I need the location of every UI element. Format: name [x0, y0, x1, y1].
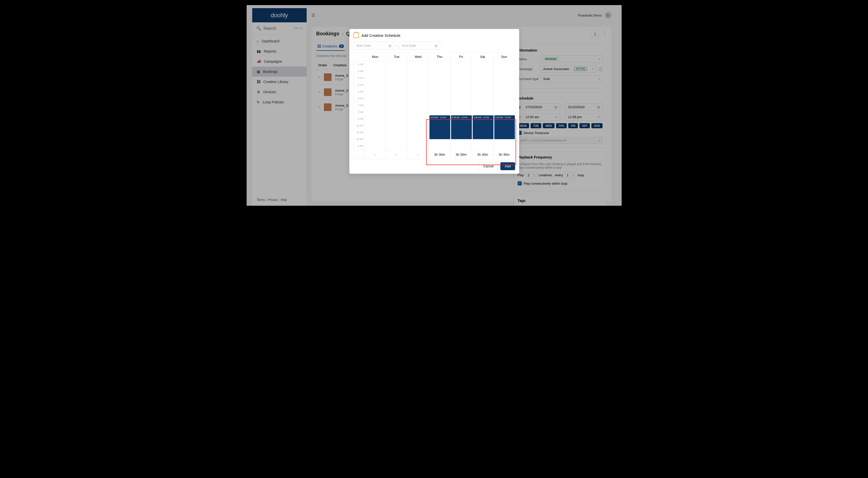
- nav: ⌂Dashboard ▮▮Reports 📣Campaigns ▦Booking…: [252, 35, 307, 194]
- day-thu[interactable]: THU: [556, 123, 567, 128]
- calendar-icon: ▦: [597, 105, 600, 109]
- creative-name: Avene_S: [335, 104, 348, 107]
- sidebar-item-dashboard[interactable]: ⌂Dashboard: [252, 36, 307, 46]
- day-sat[interactable]: SAT: [580, 123, 590, 128]
- schedule-block-sat[interactable]: 8:30 AM - 12 PM: [473, 115, 494, 139]
- schedule-section: Schedule ▦ 27/10/2024▦ - 31/10/2024▦ ◷ 1…: [514, 93, 607, 148]
- campaign-label: Campaign: [518, 67, 540, 71]
- logo: doohly: [252, 8, 307, 22]
- creative-name: Avene_S: [335, 89, 348, 93]
- megaphone-icon: 📣: [257, 60, 261, 64]
- time-axis: 1 AM 2 AM 3 AM 4 AM 5 AM 6 AM 7 AM 8 AM …: [354, 61, 364, 150]
- sidebar-item-devices[interactable]: 🖥Devices: [252, 87, 307, 97]
- breadcrumb-root[interactable]: Bookings: [316, 31, 339, 37]
- play-count-input[interactable]: 2▲▼: [526, 172, 537, 178]
- day-sun[interactable]: SUN: [591, 123, 602, 128]
- schedule-block-thu[interactable]: 8:30 AM - 12 PM: [429, 115, 450, 139]
- schedule-block-fri[interactable]: 8:30 AM - 12 PM: [451, 115, 472, 139]
- grid-day-thu: Thu: [429, 53, 450, 61]
- chart-icon: ▮▮: [257, 49, 261, 53]
- schedule-block-sun[interactable]: 8:30 AM - 12 PM: [494, 115, 515, 139]
- frequency-section: Playback Frequency Configure how often y…: [514, 151, 607, 191]
- creative-type: image: [335, 107, 348, 111]
- creatives-count-badge: 3: [339, 44, 344, 48]
- drag-handle-icon[interactable]: ≡: [318, 75, 320, 79]
- grid-day-tue: Tue: [386, 53, 407, 61]
- end-time-input[interactable]: 11:59 pm◷: [565, 113, 602, 121]
- every-count-input[interactable]: 1▲▼: [565, 172, 576, 178]
- clock-icon: ◷: [555, 115, 557, 119]
- frequency-desc: Configure how often your booking is play…: [518, 162, 603, 169]
- info-section: Information Status BOOKED▾ Campaign Aven…: [514, 44, 607, 89]
- spinner-icon[interactable]: ▲▼: [572, 174, 574, 177]
- creative-thumbnail: [324, 89, 332, 96]
- start-time-input[interactable]: 12:00 am◷: [523, 113, 560, 121]
- sidebar-item-campaigns[interactable]: 📣Campaigns: [252, 57, 307, 67]
- consecutive-label: Play consecutively within loop: [524, 181, 567, 185]
- link-help[interactable]: Help: [281, 198, 287, 202]
- start-date-input[interactable]: 27/10/2024▦: [523, 103, 560, 111]
- add-creative-schedule-modal: Add Creative Schedule Start Date▦ - End …: [349, 29, 519, 174]
- timezone-select[interactable]: (GMT+11:00) Australia/Melbourne▾: [518, 137, 603, 144]
- monitor-icon: 🖥: [257, 90, 260, 94]
- more-icon[interactable]: ⋮: [602, 30, 607, 37]
- grid-day-mon: Mon: [364, 53, 386, 61]
- sidebar-item-bookings[interactable]: ▦Bookings: [252, 67, 307, 77]
- sidebar-item-reports[interactable]: ▮▮Reports: [252, 46, 307, 57]
- day-mon[interactable]: MON: [518, 123, 529, 128]
- grid-day-wed: Wed: [407, 53, 429, 61]
- add-button[interactable]: Add: [500, 162, 515, 170]
- link-terms[interactable]: Terms: [257, 198, 265, 202]
- avatar[interactable]: SL: [605, 12, 612, 19]
- link-privacy[interactable]: Privacy: [268, 198, 278, 202]
- chevron-down-icon: ▾: [592, 68, 593, 70]
- creative-type: image: [335, 77, 348, 81]
- sidebar: doohly 🔍 Search CMD+K ⌂Dashboard ▮▮Repor…: [252, 8, 307, 206]
- campaign-select[interactable]: Avene SunscreenACTIVE▾: [540, 65, 596, 73]
- tags-section: Tags: [514, 195, 607, 206]
- creative-thumbnail: [324, 73, 332, 81]
- status-select[interactable]: BOOKED▾: [540, 55, 603, 63]
- collapse-sidebar-icon[interactable]: ☰: [311, 13, 315, 18]
- day-tue[interactable]: TUE: [531, 123, 541, 128]
- schedule-grid[interactable]: Mon Tue Wed Thu Fri Sat Sun 1 AM 2 AM 3 …: [353, 53, 515, 159]
- right-panel: Information Status BOOKED▾ Campaign Aven…: [514, 44, 607, 206]
- spinner-icon[interactable]: ▲▼: [533, 174, 535, 177]
- account-name: Roadside Demo: [578, 13, 601, 17]
- creative-thumbnail: [324, 103, 332, 111]
- sidebar-item-creative-library[interactable]: 🖼Creative Library: [252, 77, 307, 87]
- day-wed[interactable]: WED: [543, 123, 555, 128]
- calendar-icon: ▦: [257, 70, 260, 74]
- calendar-icon: ▦: [554, 105, 557, 109]
- search-shortcut: CMD+K: [293, 27, 302, 30]
- modal-title: Add Creative Schedule: [362, 33, 400, 38]
- sidebar-item-loop-policies[interactable]: ↻Loop Policies: [252, 97, 307, 107]
- cancel-button[interactable]: Cancel: [479, 162, 498, 170]
- modal-end-date-input[interactable]: End Date▦: [399, 42, 440, 49]
- add-campaign-icon[interactable]: +: [598, 67, 603, 71]
- drag-handle-icon[interactable]: ≡: [318, 90, 320, 94]
- grid-day-sat: Sat: [472, 53, 493, 61]
- export-icon[interactable]: ⭳: [591, 30, 599, 37]
- section-title: Tags: [518, 199, 603, 203]
- modal-start-date-input[interactable]: Start Date▦: [353, 42, 394, 49]
- creative-name: Avene_S: [335, 74, 348, 77]
- home-icon: ⌂: [257, 39, 259, 43]
- purchase-label: Purchase type: [518, 77, 540, 81]
- loop-icon: ↻: [257, 100, 260, 104]
- clock-icon: ◷: [597, 115, 600, 119]
- calendar-icon: ▦: [389, 44, 391, 47]
- consecutive-checkbox[interactable]: ✓: [518, 181, 522, 185]
- purchase-select[interactable]: Sold▾: [540, 75, 603, 82]
- tab-creatives[interactable]: 🖼 Creatives 3: [316, 42, 345, 51]
- search-input[interactable]: 🔍 Search CMD+K: [252, 22, 307, 35]
- end-date-input[interactable]: 31/10/2024▦: [565, 103, 602, 111]
- modal-header: Add Creative Schedule: [349, 29, 519, 42]
- drag-handle-icon[interactable]: ≡: [318, 105, 320, 109]
- section-title: Playback Frequency: [518, 155, 603, 159]
- day-fri[interactable]: FRI: [568, 123, 578, 128]
- image-icon: 🖼: [317, 44, 321, 48]
- day-pills: MON TUE WED THU FRI SAT SUN: [518, 123, 603, 128]
- chevron-down-icon: ▾: [599, 58, 600, 61]
- section-title: Schedule: [518, 96, 603, 100]
